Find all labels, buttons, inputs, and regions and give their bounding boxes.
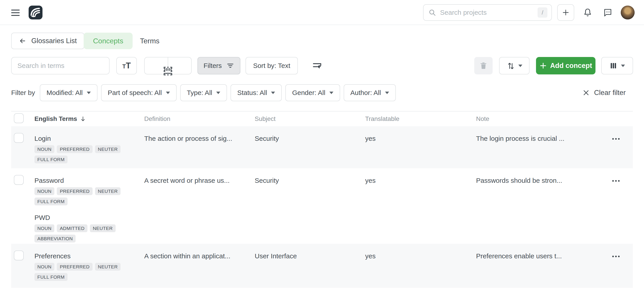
badge: NEUTER [90,224,116,232]
badge: PREFERRED [57,145,92,153]
filter-chip-author[interactable]: Author: All [344,84,396,101]
back-to-glossaries-button[interactable]: Glossaries List [11,33,84,49]
badge: PREFERRED [57,263,92,271]
add-concept-button[interactable]: Add concept [536,57,596,74]
import-export-button[interactable] [499,57,530,74]
badge: PREFERRED [57,187,92,195]
row-checkbox[interactable] [14,133,24,143]
term-badges: NOUN PREFERRED NEUTER FULL FORM [34,145,130,163]
badge: ADMITTED [57,224,88,232]
match-case-button[interactable]: TT [116,57,137,74]
notifications-button[interactable] [582,7,593,18]
term-cell: Preferences NOUN PREFERRED NEUTER FULL F… [34,252,130,281]
chevron-down-icon [518,65,522,67]
note-cell: Passwords should be stron... [476,177,562,184]
tab-terms[interactable]: Terms [140,33,160,49]
table-row[interactable]: Password NOUN PREFERRED NEUTER FULL FORM… [11,168,633,244]
row-checkbox[interactable] [14,175,24,185]
sort-by-button[interactable]: Sort by: Text [246,57,298,74]
trash-icon [479,61,488,70]
filter-icon [226,62,234,70]
tab-concepts[interactable]: Concepts [84,33,132,49]
term-title[interactable]: Preferences [34,252,130,260]
chevron-down-icon [216,92,220,94]
search-terms-input[interactable] [18,62,103,69]
shortcut-key-badge: / [538,7,548,18]
row-actions-button[interactable] [609,136,623,141]
select-area-button[interactable] [163,66,173,76]
badge: ABBREVIATION [34,235,76,243]
term-title[interactable]: PWD [34,214,130,222]
search-terms-box [11,57,110,74]
select-all-checkbox[interactable] [14,113,24,123]
chat-icon [603,8,612,17]
table-row[interactable]: Preferences NOUN PREFERRED NEUTER FULL F… [11,244,633,288]
back-label: Glossaries List [31,37,77,45]
chevron-down-icon [87,92,91,94]
table-row[interactable]: Login NOUN PREFERRED NEUTER FULL FORM Th… [11,126,633,168]
subject-cell: Security [255,177,279,184]
badge: NOUN [34,187,54,195]
columns-icon [609,62,618,70]
clear-filter-button[interactable]: Clear filter [582,84,626,101]
filter-chip-part-of-speech[interactable]: Part of speech: All [101,84,177,101]
plus-icon [562,9,570,16]
term-badges: NOUN PREFERRED NEUTER FULL FORM [34,263,130,281]
app-logo[interactable] [28,5,42,19]
note-cell: Preferences enable users t... [476,252,562,260]
search-mode-group [144,57,192,74]
column-header-translatable[interactable]: Translatable [365,111,399,126]
sort-desc-icon [80,116,86,122]
note-cell: The login process is crucial ... [476,135,564,142]
row-actions-button[interactable] [609,178,623,183]
badge: NEUTER [95,145,121,153]
chevron-down-icon [166,92,170,94]
badge: NOUN [34,263,54,271]
filter-by-label: Filter by [11,84,35,101]
filters-button[interactable]: Filters [198,57,240,74]
bell-icon [583,8,592,17]
sort-order-icon [506,61,515,70]
search-projects-box: / [423,4,552,21]
delete-button[interactable] [474,57,492,74]
term-title[interactable]: Password [34,177,130,184]
column-header-english-terms[interactable]: English Terms [34,111,86,126]
filter-chip-modified[interactable]: Modified: All [40,84,98,101]
concepts-table: Login NOUN PREFERRED NEUTER FULL FORM Th… [11,126,633,288]
back-arrow-icon [19,37,26,45]
filter-chips: Modified: All Part of speech: All Type: … [40,84,396,101]
chevron-down-icon [330,92,334,94]
chevron-down-icon [621,65,625,67]
row-checkbox[interactable] [14,251,24,260]
chevron-down-icon [385,92,389,94]
menu-icon[interactable] [11,9,20,16]
column-header-subject[interactable]: Subject [255,111,276,126]
plus-icon [539,62,547,69]
column-header-definition[interactable]: Definition [144,111,170,126]
wrap-lines-button[interactable] [310,58,324,73]
definition-cell: The action or process of sig... [144,135,232,142]
search-projects-input[interactable] [440,9,538,16]
feedback-button[interactable] [602,7,613,18]
definition-cell: A section within an applicat... [144,252,230,260]
filter-chip-type[interactable]: Type: All [180,84,227,101]
term-badges: NOUN PREFERRED NEUTER FULL FORM [34,187,130,205]
definition-cell: A secret word or phrase us... [144,177,230,184]
create-new-button[interactable] [557,4,574,21]
translatable-cell: yes [365,177,376,184]
filter-chip-status[interactable]: Status: All [230,84,282,101]
sort-by-label: Sort by: Text [253,62,290,69]
badge: NOUN [34,224,54,232]
user-avatar[interactable] [621,5,634,19]
term-cell: Password NOUN PREFERRED NEUTER FULL FORM… [34,177,130,243]
badge: NOUN [34,145,54,153]
close-icon [582,89,590,96]
term-cell: Login NOUN PREFERRED NEUTER FULL FORM [34,135,130,163]
badge: NEUTER [95,263,121,271]
columns-button[interactable] [601,57,633,74]
chevron-down-icon [271,92,275,94]
filter-chip-gender[interactable]: Gender: All [285,84,340,101]
column-header-note[interactable]: Note [476,111,489,126]
term-title[interactable]: Login [34,135,130,142]
row-actions-button[interactable] [609,254,623,259]
